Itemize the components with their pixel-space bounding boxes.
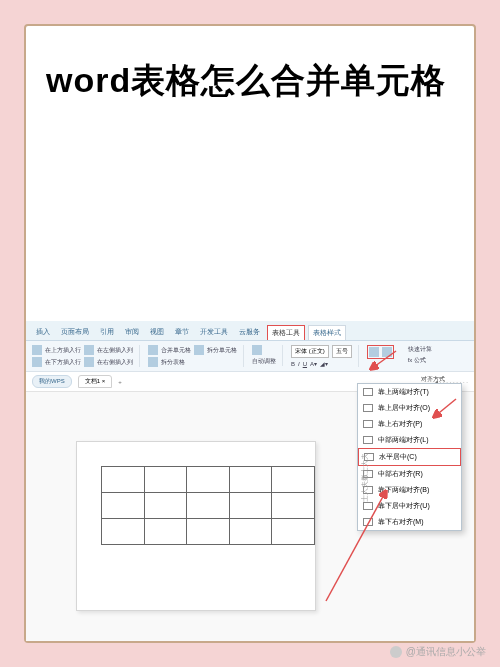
group-formula: 快速计算 fx 公式 (408, 345, 438, 365)
doc-tab[interactable]: 文档1 (85, 378, 100, 384)
dropdown-item[interactable]: 水平居中(C) (358, 448, 461, 466)
ribbon-tab[interactable]: 视图 (146, 325, 168, 340)
document-page: 士大夫撒士大夫 (76, 441, 316, 611)
highlight-icon[interactable]: ◢▾ (320, 360, 328, 367)
align-icon[interactable] (369, 347, 379, 357)
dropdown-item[interactable]: 靠上居中对齐(O) (358, 400, 461, 416)
group-font: 宋体 (正文)五号 B I U A▾ ◢▾ (291, 345, 359, 367)
text-direction-icon[interactable] (382, 347, 392, 357)
align-option-icon (363, 404, 373, 412)
dropdown-item-label: 中部右对齐(R) (378, 469, 423, 479)
group-autofit: 自动调整 (252, 345, 283, 366)
btn-merge-cells[interactable]: 合并单元格 (161, 346, 191, 355)
screenshot-area: 插入页面布局引用审阅视图章节开发工具云服务表格工具表格样式 在上方插入行在左侧插… (26, 321, 474, 641)
table-cell[interactable] (102, 493, 145, 519)
group-align: 对齐方式 (367, 345, 400, 359)
table-cell[interactable] (272, 493, 315, 519)
btn-insert-right[interactable]: 在右侧插入列 (97, 358, 133, 367)
btn-formula[interactable]: fx 公式 (408, 356, 426, 365)
table-cell[interactable] (102, 467, 145, 493)
btn-split-table[interactable]: 拆分表格 (161, 358, 185, 367)
table-cell[interactable] (272, 519, 315, 545)
table-cell[interactable] (229, 467, 272, 493)
word-table[interactable] (101, 466, 315, 545)
table-cell[interactable] (229, 493, 272, 519)
ribbon-tabs: 插入页面布局引用审阅视图章节开发工具云服务表格工具表格样式 (26, 321, 474, 341)
dropdown-item[interactable]: 靠上右对齐(P) (358, 416, 461, 432)
watermark-credit: @通讯信息小公举 (390, 645, 486, 659)
dropdown-item[interactable]: 靠下右对齐(M) (358, 514, 461, 530)
side-text: 士大夫撒士大夫 (360, 453, 370, 502)
btn-insert-left[interactable]: 在左侧插入列 (97, 346, 133, 355)
new-tab-icon[interactable]: + (118, 379, 122, 385)
ribbon-tab[interactable]: 引用 (96, 325, 118, 340)
table-cell[interactable] (187, 519, 230, 545)
table-cell[interactable] (144, 467, 187, 493)
dropdown-item[interactable]: 中部两端对齐(L) (358, 432, 461, 448)
table-cell[interactable] (187, 467, 230, 493)
btn-quick-calc[interactable]: 快速计算 (408, 345, 432, 354)
dropdown-item-label: 靠下两端对齐(B) (378, 485, 429, 495)
table-cell[interactable] (102, 519, 145, 545)
dropdown-item[interactable]: 靠下居中对齐(U) (358, 498, 461, 514)
wps-tab[interactable]: 我的WPS (32, 375, 72, 388)
size-select[interactable]: 五号 (332, 345, 352, 358)
dropdown-item[interactable]: 靠下两端对齐(B) (358, 482, 461, 498)
ribbon-tab[interactable]: 表格样式 (308, 325, 346, 340)
dropdown-item[interactable]: 靠上两端对齐(T) (358, 384, 461, 400)
dropdown-item[interactable]: 中部右对齐(R) (358, 466, 461, 482)
btn-autofit[interactable]: 自动调整 (252, 357, 276, 366)
align-option-icon (363, 388, 373, 396)
align-option-icon (363, 420, 373, 428)
table-cell[interactable] (144, 493, 187, 519)
table-cell[interactable] (272, 467, 315, 493)
ribbon-toolbar: 在上方插入行在左侧插入列 在下方插入行在右侧插入列 合并单元格拆分单元格 拆分表… (26, 341, 474, 372)
group-insert-rows: 在上方插入行在左侧插入列 在下方插入行在右侧插入列 (32, 345, 140, 367)
ribbon-tab[interactable]: 插入 (32, 325, 54, 340)
align-button-highlight (367, 345, 394, 359)
italic-icon[interactable]: I (298, 361, 300, 367)
dropdown-item-label: 水平居中(C) (379, 452, 417, 462)
bold-icon[interactable]: B (291, 361, 295, 367)
align-option-icon (363, 436, 373, 444)
dropdown-item-label: 靠上两端对齐(T) (378, 387, 429, 397)
btn-insert-below[interactable]: 在下方插入行 (45, 358, 81, 367)
btn-split-cells[interactable]: 拆分单元格 (207, 346, 237, 355)
font-style-row: B I U A▾ ◢▾ (291, 360, 352, 367)
table-cell[interactable] (187, 493, 230, 519)
align-dropdown: 靠上两端对齐(T)靠上居中对齐(O)靠上右对齐(P)中部两端对齐(L)水平居中(… (357, 383, 462, 531)
dropdown-item-label: 中部两端对齐(L) (378, 435, 429, 445)
underline-icon[interactable]: U (303, 361, 307, 367)
dropdown-item-label: 靠上居中对齐(O) (378, 403, 430, 413)
ribbon-tab[interactable]: 表格工具 (267, 325, 305, 340)
ribbon-tab[interactable]: 章节 (171, 325, 193, 340)
group-merge: 合并单元格拆分单元格 拆分表格 (148, 345, 244, 367)
ribbon-tab[interactable]: 审阅 (121, 325, 143, 340)
avatar-icon (390, 646, 402, 658)
table-cell[interactable] (144, 519, 187, 545)
page-title: word表格怎么合并单元格 (46, 52, 454, 110)
table-cell[interactable] (229, 519, 272, 545)
font-select[interactable]: 宋体 (正文) (291, 345, 329, 358)
close-icon[interactable]: × (102, 378, 106, 384)
align-option-icon (363, 518, 373, 526)
ribbon-tab[interactable]: 开发工具 (196, 325, 232, 340)
btn-insert-above[interactable]: 在上方插入行 (45, 346, 81, 355)
dropdown-item-label: 靠下右对齐(M) (378, 517, 424, 527)
dropdown-item-label: 靠上右对齐(P) (378, 419, 422, 429)
align-option-icon (363, 502, 373, 510)
credit-text: @通讯信息小公举 (406, 645, 486, 659)
dropdown-item-label: 靠下居中对齐(U) (378, 501, 430, 511)
ribbon-tab[interactable]: 页面布局 (57, 325, 93, 340)
ribbon-tab[interactable]: 云服务 (235, 325, 264, 340)
font-color-icon[interactable]: A▾ (310, 360, 317, 367)
